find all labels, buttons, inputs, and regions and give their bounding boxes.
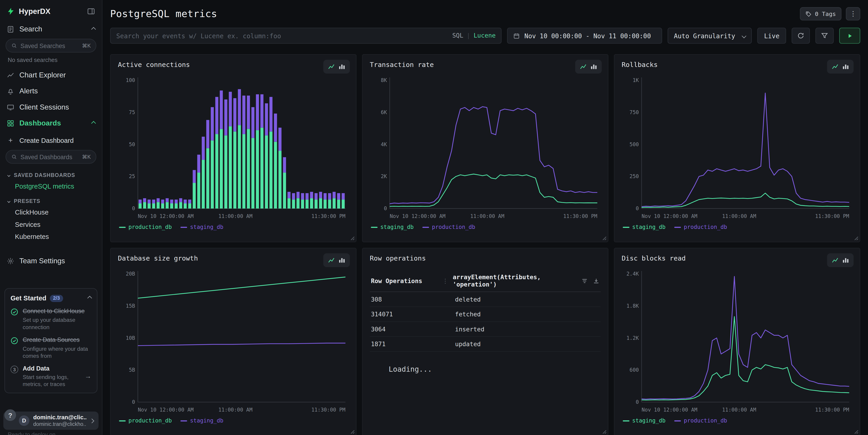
table-row[interactable]: 308deleted — [370, 292, 600, 307]
create-dashboard-button[interactable]: + Create Dashboard — [0, 131, 102, 148]
table-row[interactable]: 3064inserted — [370, 322, 600, 337]
svg-text:11:00:00 AM: 11:00:00 AM — [722, 213, 756, 219]
preset-link-clickhouse[interactable]: ClickHouse — [0, 206, 102, 219]
legend-item-production_db[interactable]: production_db — [675, 224, 727, 230]
tags-button[interactable]: 0 Tags — [800, 7, 841, 21]
column-header-count[interactable]: Row Operations — [371, 277, 442, 285]
sidebar: HyperDX Search Saved Searches ⌘K No save… — [0, 0, 102, 435]
task-title: Add Data — [23, 365, 79, 372]
saved-searches-placeholder: Saved Searches — [21, 42, 65, 49]
get-started-item-add-data[interactable]: 3 Add Data Start sending logs, metrics, … — [10, 365, 91, 388]
legend-item-production_db[interactable]: production_db — [119, 418, 172, 424]
chart-legend: staging_dbproduction_db — [370, 224, 600, 230]
lucene-toggle[interactable]: Lucene — [474, 32, 496, 39]
bar-chart-icon[interactable] — [338, 63, 346, 70]
filter-button[interactable] — [815, 28, 834, 43]
line-chart-icon[interactable] — [580, 63, 587, 70]
svg-text:75: 75 — [129, 109, 135, 115]
bar-chart-icon[interactable] — [338, 257, 346, 264]
get-started-item-sources[interactable]: Create Data Sources Configure where your… — [10, 336, 91, 359]
download-icon[interactable] — [593, 278, 599, 284]
query-language-toggle[interactable]: SQL|Lucene — [452, 32, 496, 39]
svg-text:11:30:00 PM: 11:30:00 PM — [311, 213, 346, 219]
resize-handle-icon[interactable] — [854, 429, 859, 434]
chart-type-toggle — [575, 60, 602, 73]
page-title: PostgreSQL metrics — [110, 8, 217, 19]
bar-chart-icon[interactable] — [842, 257, 849, 264]
presets-section-header[interactable]: PRESETS — [0, 193, 102, 206]
chart-legend: production_dbstaging_db — [118, 224, 349, 230]
bar-chart-icon[interactable] — [842, 63, 849, 70]
legend-item-staging_db[interactable]: staging_db — [181, 224, 223, 230]
user-menu[interactable]: D dominic.tran@clic... dominic.tran@clic… — [3, 411, 99, 430]
legend-item-production_db[interactable]: production_db — [675, 418, 727, 424]
collapse-sidebar-icon[interactable] — [87, 7, 95, 15]
legend-item-staging_db[interactable]: staging_db — [371, 224, 414, 230]
column-header-operation[interactable]: arrayElement(Attributes, 'operation') — [453, 274, 581, 288]
svg-text:50: 50 — [129, 141, 135, 147]
date-range-input[interactable]: Nov 10 00:00:00 - Nov 11 00:00:00 — [507, 28, 662, 43]
legend-item-production_db[interactable]: production_db — [423, 224, 475, 230]
magnifier-icon — [11, 154, 17, 160]
sidebar-item-team-settings[interactable]: Team Settings — [0, 253, 102, 269]
search-placeholder: Search your events w/ Lucene ex. column:… — [116, 32, 452, 40]
svg-text:1K: 1K — [632, 77, 639, 83]
legend-item-staging_db[interactable]: staging_db — [623, 224, 665, 230]
panel-active-connections: Active connections0255075100Nov 10 12:00… — [110, 54, 356, 242]
saved-dashboards-section-header[interactable]: SAVED DASHBOARDS — [0, 166, 102, 180]
line-chart-icon[interactable] — [328, 63, 335, 70]
legend-item-production_db[interactable]: production_db — [119, 224, 172, 230]
sidebar-item-chart-explorer[interactable]: Chart Explorer — [0, 67, 102, 83]
chart-legend: production_dbstaging_db — [118, 418, 349, 424]
svg-text:11:30:00 PM: 11:30:00 PM — [815, 213, 849, 219]
sidebar-item-search[interactable]: Search — [0, 21, 102, 37]
help-button[interactable]: ? — [4, 409, 16, 421]
sql-toggle[interactable]: SQL — [452, 32, 463, 39]
panel-title: Disc blocks read — [622, 255, 852, 262]
chart-area: 05B10B15B20BNov 10 12:00:00 AM11:00:00 A… — [118, 268, 349, 415]
legend-item-staging_db[interactable]: staging_db — [181, 418, 223, 424]
table-header: Row Operations⋮arrayElement(Attributes, … — [370, 271, 600, 292]
resize-handle-icon[interactable] — [350, 429, 355, 434]
legend-item-staging_db[interactable]: staging_db — [623, 418, 665, 424]
live-button[interactable]: Live — [757, 28, 786, 43]
sidebar-item-dashboards[interactable]: Dashboards — [0, 115, 102, 131]
granularity-value: Auto Granularity — [674, 32, 735, 40]
resize-handle-icon[interactable] — [602, 429, 607, 434]
dashboard-link-postgresql-metrics[interactable]: PostgreSQL metrics — [0, 180, 102, 193]
resize-handle-icon[interactable] — [602, 236, 607, 241]
bar-chart-icon[interactable] — [590, 63, 597, 70]
table-row[interactable]: 314071fetched — [370, 307, 600, 322]
resize-handle-icon[interactable] — [854, 236, 859, 241]
run-query-button[interactable] — [839, 28, 860, 43]
grid-icon — [7, 119, 14, 127]
svg-text:6K: 6K — [381, 109, 387, 115]
chart-area: 02505007501KNov 10 12:00:00 AM11:00:00 A… — [622, 75, 852, 222]
sidebar-item-alerts[interactable]: Alerts — [0, 83, 102, 99]
more-options-button[interactable]: ⋮ — [846, 7, 860, 21]
filter-list-icon[interactable] — [581, 278, 588, 284]
monitor-icon — [7, 103, 14, 111]
app-root: HyperDX Search Saved Searches ⌘K No save… — [0, 0, 868, 435]
saved-dashboards-input[interactable]: Saved Dashboards ⌘K — [5, 150, 96, 164]
get-started-header[interactable]: Get Started 2/3 — [10, 294, 91, 302]
refresh-button[interactable] — [792, 28, 810, 43]
svg-text:15B: 15B — [126, 303, 135, 309]
event-search-input[interactable]: Search your events w/ Lucene ex. column:… — [110, 28, 502, 43]
kebab-icon: ⋮ — [850, 10, 857, 18]
deploy-hint-text: Ready to deploy on — [8, 431, 55, 435]
preset-link-kubernetes[interactable]: Kubernetes — [0, 231, 102, 243]
preset-link-services[interactable]: Services — [0, 219, 102, 231]
saved-searches-input[interactable]: Saved Searches ⌘K — [5, 39, 96, 53]
line-chart-icon[interactable] — [832, 63, 839, 70]
granularity-select[interactable]: Auto Granularity — [668, 28, 752, 43]
line-chart-icon[interactable] — [832, 257, 839, 264]
line-chart-icon[interactable] — [328, 257, 335, 264]
sidebar-item-client-sessions[interactable]: Client Sessions — [0, 99, 102, 115]
resize-handle-icon[interactable] — [350, 236, 355, 241]
panel-title: Rollbacks — [622, 61, 852, 69]
table-row[interactable]: 1871updated — [370, 337, 600, 352]
get-started-item-connect[interactable]: Connect to ClickHouse Set up your databa… — [10, 307, 91, 331]
sidebar-item-label: Chart Explorer — [20, 71, 66, 79]
sidebar-item-label: Client Sessions — [20, 103, 69, 111]
